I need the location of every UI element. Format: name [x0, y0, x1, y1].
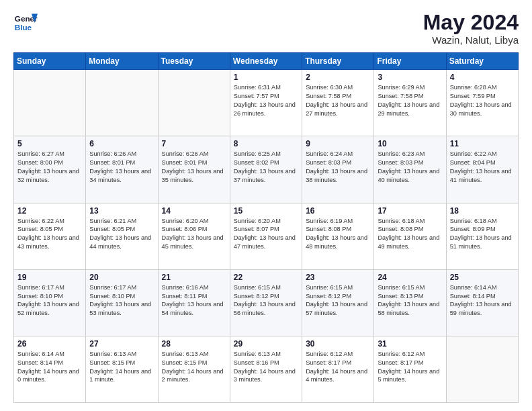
day-number: 26 [17, 339, 82, 349]
day-number: 31 [378, 339, 442, 349]
cell-info: Sunrise: 6:12 AM Sunset: 8:17 PM Dayligh… [378, 350, 442, 385]
day-number: 11 [450, 139, 515, 148]
table-row: 13Sunrise: 6:21 AM Sunset: 8:05 PM Dayli… [86, 203, 158, 269]
day-number: 2 [306, 73, 370, 82]
day-number: 29 [234, 339, 298, 349]
table-row: 7Sunrise: 6:26 AM Sunset: 8:01 PM Daylig… [158, 136, 230, 203]
day-number: 25 [450, 273, 515, 282]
cell-info: Sunrise: 6:13 AM Sunset: 8:16 PM Dayligh… [234, 350, 298, 385]
table-row [446, 336, 518, 402]
table-row: 22Sunrise: 6:15 AM Sunset: 8:12 PM Dayli… [230, 269, 302, 336]
day-number: 17 [378, 206, 442, 216]
col-friday: Friday [374, 53, 446, 70]
cell-info: Sunrise: 6:20 AM Sunset: 8:07 PM Dayligh… [234, 217, 298, 252]
day-number: 18 [450, 206, 515, 216]
table-row [86, 70, 158, 136]
day-number: 14 [162, 206, 226, 216]
day-number: 1 [234, 73, 298, 82]
cell-info: Sunrise: 6:30 AM Sunset: 7:58 PM Dayligh… [306, 83, 370, 118]
day-number: 28 [162, 339, 226, 349]
cell-info: Sunrise: 6:17 AM Sunset: 8:10 PM Dayligh… [17, 283, 82, 318]
cell-info: Sunrise: 6:15 AM Sunset: 8:12 PM Dayligh… [306, 283, 370, 318]
day-number: 19 [17, 273, 82, 282]
day-number: 3 [378, 73, 442, 82]
table-row: 24Sunrise: 6:15 AM Sunset: 8:13 PM Dayli… [374, 269, 446, 336]
col-thursday: Thursday [302, 53, 374, 70]
table-row: 29Sunrise: 6:13 AM Sunset: 8:16 PM Dayli… [230, 336, 302, 402]
day-number: 4 [450, 73, 515, 82]
day-number: 30 [306, 339, 370, 349]
table-row: 10Sunrise: 6:23 AM Sunset: 8:03 PM Dayli… [374, 136, 446, 203]
day-number: 22 [234, 273, 298, 282]
table-row: 3Sunrise: 6:29 AM Sunset: 7:58 PM Daylig… [374, 70, 446, 136]
svg-text:Blue: Blue [15, 23, 32, 32]
cell-info: Sunrise: 6:29 AM Sunset: 7:58 PM Dayligh… [378, 83, 442, 118]
table-row [158, 70, 230, 136]
day-number: 23 [306, 273, 370, 282]
table-row: 30Sunrise: 6:12 AM Sunset: 8:17 PM Dayli… [302, 336, 374, 402]
cell-info: Sunrise: 6:26 AM Sunset: 8:01 PM Dayligh… [162, 150, 226, 185]
title-block: May 2024 Wazin, Nalut, Libya [423, 11, 519, 46]
cell-info: Sunrise: 6:31 AM Sunset: 7:57 PM Dayligh… [234, 83, 298, 118]
table-row: 19Sunrise: 6:17 AM Sunset: 8:10 PM Dayli… [14, 269, 86, 336]
cell-info: Sunrise: 6:22 AM Sunset: 8:05 PM Dayligh… [17, 217, 82, 252]
table-row: 25Sunrise: 6:14 AM Sunset: 8:14 PM Dayli… [446, 269, 518, 336]
table-row: 23Sunrise: 6:15 AM Sunset: 8:12 PM Dayli… [302, 269, 374, 336]
cell-info: Sunrise: 6:14 AM Sunset: 8:14 PM Dayligh… [17, 350, 82, 385]
header: General Blue May 2024 Wazin, Nalut, Liby… [13, 11, 519, 46]
table-row: 15Sunrise: 6:20 AM Sunset: 8:07 PM Dayli… [230, 203, 302, 269]
calendar-table: Sunday Monday Tuesday Wednesday Thursday… [13, 52, 519, 403]
cell-info: Sunrise: 6:21 AM Sunset: 8:05 PM Dayligh… [89, 217, 154, 252]
day-number: 6 [89, 139, 154, 148]
location: Wazin, Nalut, Libya [423, 34, 519, 46]
day-number: 7 [162, 139, 226, 148]
day-number: 24 [378, 273, 442, 282]
table-row: 27Sunrise: 6:13 AM Sunset: 8:15 PM Dayli… [86, 336, 158, 402]
cell-info: Sunrise: 6:18 AM Sunset: 8:09 PM Dayligh… [450, 217, 515, 252]
col-saturday: Saturday [446, 53, 518, 70]
cell-info: Sunrise: 6:17 AM Sunset: 8:10 PM Dayligh… [89, 283, 154, 318]
cell-info: Sunrise: 6:20 AM Sunset: 8:06 PM Dayligh… [162, 217, 226, 252]
table-row: 8Sunrise: 6:25 AM Sunset: 8:02 PM Daylig… [230, 136, 302, 203]
day-number: 10 [378, 139, 442, 148]
cell-info: Sunrise: 6:26 AM Sunset: 8:01 PM Dayligh… [89, 150, 154, 185]
table-row: 5Sunrise: 6:27 AM Sunset: 8:00 PM Daylig… [14, 136, 86, 203]
table-row: 20Sunrise: 6:17 AM Sunset: 8:10 PM Dayli… [86, 269, 158, 336]
day-number: 9 [306, 139, 370, 148]
table-row: 11Sunrise: 6:22 AM Sunset: 8:04 PM Dayli… [446, 136, 518, 203]
table-row: 21Sunrise: 6:16 AM Sunset: 8:11 PM Dayli… [158, 269, 230, 336]
page: General Blue May 2024 Wazin, Nalut, Liby… [0, 0, 532, 411]
day-number: 12 [17, 206, 82, 216]
table-row: 9Sunrise: 6:24 AM Sunset: 8:03 PM Daylig… [302, 136, 374, 203]
generalblue-logo-icon: General Blue [13, 11, 38, 35]
day-number: 5 [17, 139, 82, 148]
table-row: 1Sunrise: 6:31 AM Sunset: 7:57 PM Daylig… [230, 70, 302, 136]
col-wednesday: Wednesday [230, 53, 302, 70]
cell-info: Sunrise: 6:13 AM Sunset: 8:15 PM Dayligh… [162, 350, 226, 385]
cell-info: Sunrise: 6:14 AM Sunset: 8:14 PM Dayligh… [450, 283, 515, 318]
col-monday: Monday [86, 53, 158, 70]
cell-info: Sunrise: 6:28 AM Sunset: 7:59 PM Dayligh… [450, 83, 515, 118]
cell-info: Sunrise: 6:16 AM Sunset: 8:11 PM Dayligh… [162, 283, 226, 318]
table-row: 17Sunrise: 6:18 AM Sunset: 8:08 PM Dayli… [374, 203, 446, 269]
cell-info: Sunrise: 6:22 AM Sunset: 8:04 PM Dayligh… [450, 150, 515, 185]
day-number: 16 [306, 206, 370, 216]
cell-info: Sunrise: 6:23 AM Sunset: 8:03 PM Dayligh… [378, 150, 442, 185]
cell-info: Sunrise: 6:18 AM Sunset: 8:08 PM Dayligh… [378, 217, 442, 252]
table-row: 12Sunrise: 6:22 AM Sunset: 8:05 PM Dayli… [14, 203, 86, 269]
table-row: 6Sunrise: 6:26 AM Sunset: 8:01 PM Daylig… [86, 136, 158, 203]
cell-info: Sunrise: 6:15 AM Sunset: 8:13 PM Dayligh… [378, 283, 442, 318]
table-row: 16Sunrise: 6:19 AM Sunset: 8:08 PM Dayli… [302, 203, 374, 269]
month-title: May 2024 [423, 11, 519, 34]
day-number: 27 [89, 339, 154, 349]
cell-info: Sunrise: 6:25 AM Sunset: 8:02 PM Dayligh… [234, 150, 298, 185]
table-row: 4Sunrise: 6:28 AM Sunset: 7:59 PM Daylig… [446, 70, 518, 136]
day-number: 13 [89, 206, 154, 216]
cell-info: Sunrise: 6:19 AM Sunset: 8:08 PM Dayligh… [306, 217, 370, 252]
cell-info: Sunrise: 6:24 AM Sunset: 8:03 PM Dayligh… [306, 150, 370, 185]
col-sunday: Sunday [14, 53, 86, 70]
table-row: 14Sunrise: 6:20 AM Sunset: 8:06 PM Dayli… [158, 203, 230, 269]
logo: General Blue [13, 11, 38, 35]
table-row [14, 70, 86, 136]
col-tuesday: Tuesday [158, 53, 230, 70]
